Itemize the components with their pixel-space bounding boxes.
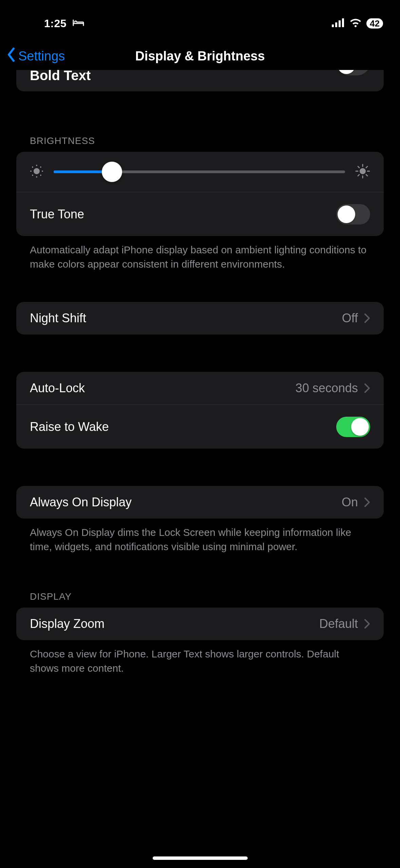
lock-group: Auto-Lock 30 seconds Raise to Wake bbox=[16, 372, 384, 449]
svg-point-8 bbox=[42, 170, 43, 172]
true-tone-label: True Tone bbox=[30, 207, 84, 221]
sun-low-icon bbox=[30, 164, 43, 179]
always-on-row[interactable]: Always On Display On bbox=[16, 486, 384, 519]
svg-point-5 bbox=[36, 165, 37, 166]
display-zoom-value: Default bbox=[319, 617, 358, 631]
brightness-group: True Tone bbox=[16, 152, 384, 236]
display-header: DISPLAY bbox=[16, 591, 384, 608]
svg-rect-0 bbox=[332, 24, 334, 27]
svg-point-6 bbox=[36, 176, 37, 178]
svg-line-20 bbox=[358, 175, 359, 176]
display-zoom-row[interactable]: Display Zoom Default bbox=[16, 608, 384, 640]
always-on-group: Always On Display On bbox=[16, 486, 384, 519]
night-shift-row[interactable]: Night Shift Off bbox=[16, 302, 384, 334]
chevron-right-icon bbox=[364, 619, 370, 629]
nav-bar: Settings Display & Brightness bbox=[0, 37, 400, 75]
svg-point-13 bbox=[360, 168, 366, 174]
battery-indicator: 42 bbox=[366, 18, 383, 29]
always-on-footer: Always On Display dims the Lock Screen w… bbox=[16, 519, 384, 554]
chevron-left-icon bbox=[7, 48, 16, 65]
svg-line-21 bbox=[366, 166, 367, 168]
svg-rect-3 bbox=[342, 18, 344, 27]
cellular-icon bbox=[332, 18, 345, 29]
night-shift-group: Night Shift Off bbox=[16, 302, 384, 334]
back-label: Settings bbox=[18, 49, 65, 64]
chevron-right-icon bbox=[364, 497, 370, 507]
auto-lock-label: Auto-Lock bbox=[30, 381, 85, 395]
status-right: 42 bbox=[332, 9, 383, 29]
raise-to-wake-toggle[interactable] bbox=[336, 417, 370, 437]
svg-point-10 bbox=[40, 166, 41, 168]
display-group: Display Zoom Default bbox=[16, 608, 384, 640]
auto-lock-value: 30 seconds bbox=[296, 381, 358, 395]
status-time: 1:25 bbox=[44, 17, 66, 30]
brightness-header: BRIGHTNESS bbox=[16, 135, 384, 152]
night-shift-value: Off bbox=[342, 311, 358, 325]
back-button[interactable]: Settings bbox=[7, 48, 65, 65]
auto-lock-row[interactable]: Auto-Lock 30 seconds bbox=[16, 372, 384, 404]
status-left: 1:25 bbox=[0, 8, 84, 30]
home-indicator[interactable] bbox=[153, 856, 248, 860]
svg-point-11 bbox=[32, 175, 33, 176]
true-tone-footer: Automatically adapt iPhone display based… bbox=[16, 236, 384, 271]
svg-line-18 bbox=[358, 166, 359, 168]
sun-high-icon bbox=[355, 164, 370, 180]
raise-to-wake-label: Raise to Wake bbox=[30, 420, 109, 434]
wifi-icon bbox=[349, 18, 362, 29]
chevron-right-icon bbox=[364, 313, 370, 323]
always-on-label: Always On Display bbox=[30, 495, 132, 509]
svg-line-19 bbox=[366, 175, 367, 176]
bed-icon bbox=[73, 19, 84, 28]
true-tone-toggle[interactable] bbox=[336, 204, 370, 224]
always-on-value: On bbox=[342, 495, 358, 509]
status-bar: 1:25 42 bbox=[0, 0, 400, 37]
chevron-right-icon bbox=[364, 383, 370, 393]
true-tone-row[interactable]: True Tone bbox=[16, 192, 384, 236]
svg-point-4 bbox=[34, 168, 40, 174]
brightness-slider-row bbox=[16, 152, 384, 192]
svg-rect-1 bbox=[335, 22, 337, 27]
display-zoom-footer: Choose a view for iPhone. Larger Text sh… bbox=[16, 640, 384, 675]
svg-point-9 bbox=[32, 166, 33, 168]
raise-to-wake-row[interactable]: Raise to Wake bbox=[16, 404, 384, 449]
svg-rect-2 bbox=[339, 20, 341, 27]
svg-point-12 bbox=[40, 175, 41, 176]
display-zoom-label: Display Zoom bbox=[30, 617, 104, 631]
brightness-slider[interactable] bbox=[54, 170, 345, 173]
night-shift-label: Night Shift bbox=[30, 311, 86, 325]
svg-point-7 bbox=[30, 170, 32, 172]
